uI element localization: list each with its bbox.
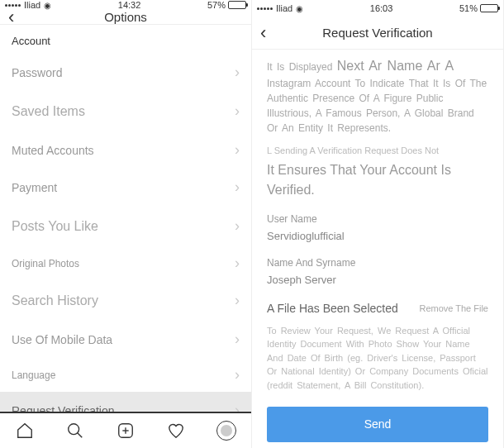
signal-icon [257, 7, 273, 10]
search-icon[interactable] [65, 421, 85, 441]
wifi-icon: ◉ [44, 1, 51, 10]
verification-subnote: L Sending A Verification Request Does No… [267, 144, 488, 158]
chevron-right-icon: › [235, 179, 240, 196]
chevron-right-icon: › [235, 292, 240, 309]
document-description: To Review Your Request, We Request A Off… [267, 324, 488, 393]
verification-description: It Is Displayed Next Ar Name Ar A Instag… [267, 56, 488, 136]
battery-pct: 51% [459, 3, 478, 13]
verification-form: It Is Displayed Next Ar Name Ar A Instag… [252, 50, 503, 448]
row-payment[interactable]: Payment› [0, 169, 251, 206]
chevron-right-icon: › [235, 64, 240, 81]
header: ‹ Options [0, 10, 251, 25]
chevron-right-icon: › [235, 217, 240, 235]
add-post-icon[interactable] [116, 421, 136, 441]
chevron-right-icon: › [235, 255, 240, 272]
row-original-photos[interactable]: Original Photos› [0, 246, 251, 280]
back-button[interactable]: ‹ [260, 22, 266, 44]
row-mobile-data[interactable]: Use Of Mobile Data› [0, 321, 251, 358]
svg-point-0 [69, 424, 79, 435]
chevron-right-icon: › [235, 141, 240, 159]
row-search-history[interactable]: Search History› [0, 280, 251, 321]
header: ‹ Request Verification [252, 17, 503, 50]
back-button[interactable]: ‹ [8, 7, 14, 28]
row-posts-you-like[interactable]: Posts You Like› [0, 206, 251, 246]
send-button[interactable]: Send [267, 407, 488, 442]
home-icon[interactable] [15, 421, 35, 441]
heart-icon[interactable] [166, 421, 186, 441]
verification-screen: Iliad ◉ 16:03 51% ‹ Request Verification… [252, 0, 504, 448]
chevron-right-icon: › [235, 102, 240, 120]
verification-note: It Ensures That Your Account Is Verified… [267, 160, 488, 200]
battery-icon [480, 4, 498, 12]
status-bar: Iliad ◉ 14:32 57% [0, 0, 251, 10]
profile-icon[interactable] [216, 421, 236, 441]
section-account: Account [0, 25, 251, 54]
fullname-field[interactable]: Joseph Server [267, 272, 488, 288]
svg-line-1 [78, 433, 83, 438]
fullname-label: Name And Syrname [267, 255, 488, 270]
row-muted-accounts[interactable]: Muted Accounts› [0, 131, 251, 169]
page-title: Options [104, 10, 147, 24]
clock: 16:03 [370, 3, 393, 13]
username-field[interactable]: Servidioglufficial [267, 228, 488, 245]
battery-icon [228, 1, 246, 9]
wifi-icon: ◉ [296, 4, 303, 13]
chevron-right-icon: › [235, 331, 240, 348]
status-bar: Iliad ◉ 16:03 51% [252, 0, 503, 17]
file-selected-label: A File Has Been Selected [267, 300, 398, 317]
battery-pct: 57% [207, 0, 226, 10]
clock: 14:32 [118, 0, 141, 10]
remove-file-button[interactable]: Remove The File [419, 302, 488, 316]
carrier-label: Iliad [276, 3, 292, 13]
carrier-label: Iliad [24, 0, 40, 10]
row-saved-items[interactable]: Saved Items› [0, 91, 251, 131]
chevron-right-icon: › [235, 366, 240, 384]
options-list: Account Password› Saved Items› Muted Acc… [0, 25, 251, 448]
page-title: Request Verification [322, 26, 432, 40]
row-password[interactable]: Password› [0, 54, 251, 91]
bottom-nav [0, 412, 251, 448]
row-language[interactable]: Language› [0, 358, 251, 392]
username-label: User Name [267, 212, 488, 226]
options-screen: Iliad ◉ 14:32 57% ‹ Options Account Pass… [0, 0, 252, 448]
